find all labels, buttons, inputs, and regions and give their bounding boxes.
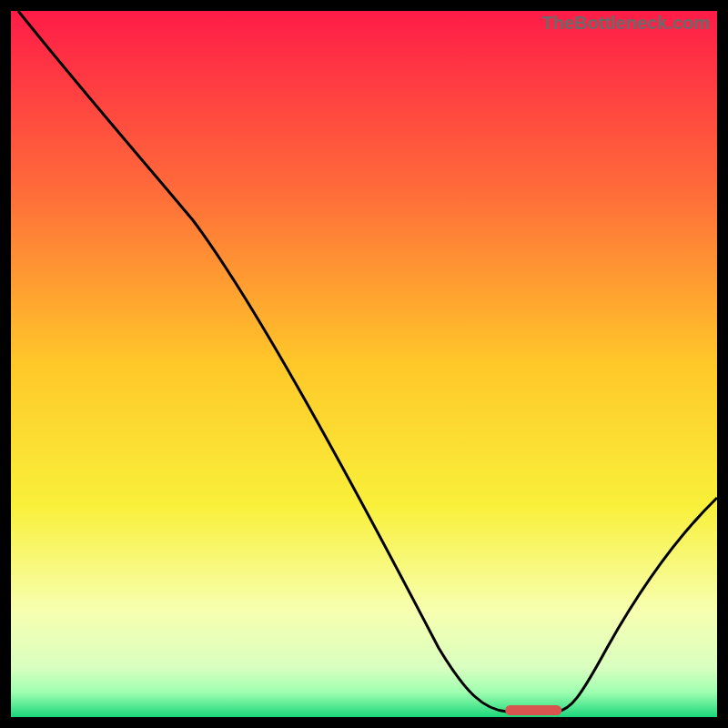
target-marker	[505, 705, 561, 715]
watermark-text: TheBottleneck.com	[542, 13, 710, 34]
chart-background	[11, 11, 717, 717]
chart-plot-area	[11, 11, 717, 717]
chart-svg	[11, 11, 717, 717]
